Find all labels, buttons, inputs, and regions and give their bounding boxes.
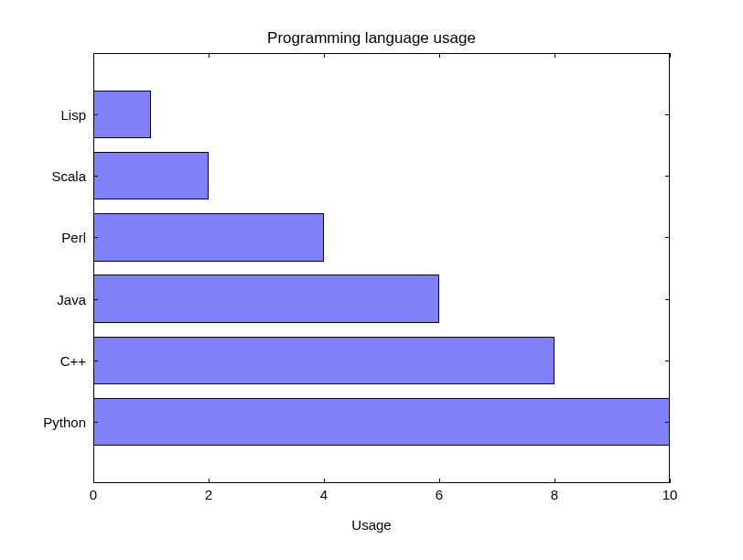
ytick-mark [665,361,670,361]
ytick-label: Java [57,291,86,307]
xtick-mark [93,479,94,483]
xtick-mark [93,53,94,58]
ytick-label: Scala [51,168,86,184]
bar-perl [93,213,324,261]
ytick-label: Perl [61,230,86,245]
xtick-label: 4 [320,487,328,502]
xtick-mark [555,53,555,58]
xtick-mark [439,479,440,483]
xtick-label: 0 [90,487,97,502]
chart-title: Programming language usage [0,29,743,48]
ytick-mark [665,237,670,238]
ytick-label: Lisp [60,107,86,123]
xtick-label: 6 [436,487,443,502]
ytick-label: C++ [60,352,86,368]
xtick-mark [209,479,210,483]
xtick-mark [670,479,671,483]
xtick-mark [555,479,555,483]
xtick-mark [324,479,325,483]
ytick-mark [93,176,98,177]
bar-scala [93,152,209,199]
ytick-mark [93,114,98,115]
bar-cpp [93,337,555,384]
x-axis-label: Usage [0,517,743,533]
xtick-mark [324,53,325,58]
xtick-mark [439,53,440,58]
ytick-mark [665,176,670,177]
bar-lisp [93,91,151,138]
xtick-mark [209,53,210,58]
xtick-label: 10 [662,487,678,502]
bar-java [93,275,439,322]
bar-python [93,398,670,446]
ytick-label: Python [43,414,86,429]
xtick-mark [670,53,671,58]
ytick-mark [93,422,98,423]
ytick-mark [93,361,98,361]
xtick-label: 2 [205,487,212,502]
ytick-mark [93,299,98,300]
ytick-mark [93,237,98,238]
xtick-label: 8 [551,487,558,502]
ytick-mark [665,114,670,115]
ytick-mark [665,422,670,423]
ytick-mark [665,299,670,300]
